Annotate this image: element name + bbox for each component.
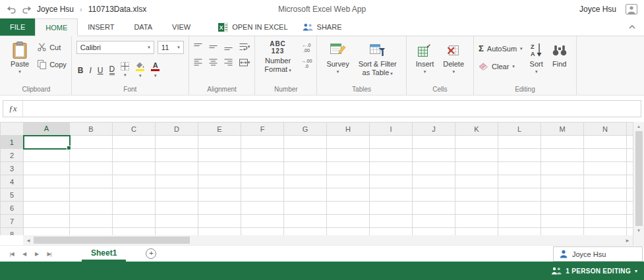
cell-E3[interactable] [198,162,241,175]
tab-data[interactable]: DATA [124,18,162,36]
align-right-button[interactable] [224,59,233,67]
cell-I2[interactable] [370,149,413,162]
column-header-C[interactable]: C [113,123,156,136]
column-header-J[interactable]: J [413,123,455,136]
cell-J6[interactable] [413,202,455,215]
wrap-text-button[interactable] [239,43,250,51]
cell-N2[interactable] [584,149,627,162]
cell-F8[interactable] [241,228,284,236]
cell-D4[interactable] [156,175,198,188]
clear-button[interactable]: Clear [479,63,523,70]
cell-H5[interactable] [327,188,370,202]
signed-in-user[interactable]: Joyce Hsu [579,5,616,14]
redo-icon[interactable] [22,5,32,14]
cell-I3[interactable] [370,162,413,175]
align-center-button[interactable] [209,59,218,67]
cell-K3[interactable] [455,162,498,175]
cell-K7[interactable] [455,215,498,228]
collapse-ribbon-button[interactable] [620,18,644,36]
people-editing-caret-icon[interactable]: ▾ [635,268,637,274]
row-header-8[interactable]: 8 [1,228,24,236]
cell-A7[interactable] [24,215,70,228]
scroll-left-icon[interactable]: ◀ [23,238,34,242]
cell-A6[interactable] [24,202,70,215]
insert-cells-button[interactable]: Insert [411,39,439,76]
cell-C5[interactable] [113,188,156,202]
cell-G7[interactable] [284,215,327,228]
share-button[interactable]: SHARE [295,18,349,36]
cell-I6[interactable] [370,202,413,215]
tab-home[interactable]: HOME [35,18,78,36]
survey-button[interactable]: Survey [322,39,353,76]
cell-partial-5[interactable] [627,188,633,202]
cell-J8[interactable] [413,228,455,236]
cell-J4[interactable] [413,175,455,188]
row-header-5[interactable]: 5 [1,188,24,202]
cell-L6[interactable] [498,202,541,215]
align-top-button[interactable] [194,43,202,51]
add-sheet-button[interactable]: + [146,248,156,259]
cell-M2[interactable] [541,149,584,162]
cell-C6[interactable] [113,202,156,215]
cell-N5[interactable] [584,188,627,202]
cell-J2[interactable] [413,149,455,162]
cell-C7[interactable] [113,215,156,228]
cell-I8[interactable] [370,228,413,236]
cell-E4[interactable] [198,175,241,188]
cell-B6[interactable] [70,202,113,215]
cell-D5[interactable] [156,188,198,202]
cell-K1[interactable] [455,136,498,149]
cell-M4[interactable] [541,175,584,188]
tab-file[interactable]: FILE [0,18,35,36]
cell-F1[interactable] [241,136,284,149]
cell-G3[interactable] [284,162,327,175]
cell-K2[interactable] [455,149,498,162]
cell-B2[interactable] [70,149,113,162]
row-header-7[interactable]: 7 [1,215,24,228]
italic-button[interactable]: I [90,67,92,75]
cell-partial-1[interactable] [627,136,633,149]
cell-K4[interactable] [455,175,498,188]
cell-A3[interactable] [24,162,70,175]
breadcrumb-file-name[interactable]: 110713Data.xlsx [88,5,147,14]
horizontal-scrollbar-track[interactable] [34,235,622,245]
cell-I5[interactable] [370,188,413,202]
cell-partial-6[interactable] [627,202,633,215]
cell-B3[interactable] [70,162,113,175]
column-header-N[interactable]: N [584,123,627,136]
font-family-select[interactable]: Calibri ▾ [76,41,154,54]
cell-B8[interactable] [70,228,113,236]
column-header-L[interactable]: L [498,123,541,136]
cell-D7[interactable] [156,215,198,228]
column-header-B[interactable]: B [70,123,113,136]
previous-sheet-icon[interactable]: ◀ [18,251,30,257]
horizontal-scrollbar-thumb[interactable] [34,237,190,244]
column-header-I[interactable]: I [370,123,413,136]
cell-M6[interactable] [541,202,584,215]
last-sheet-icon[interactable]: ▶| [43,251,55,257]
scroll-right-icon[interactable]: ▶ [622,238,633,242]
cell-K8[interactable] [455,228,498,236]
cell-F6[interactable] [241,202,284,215]
cell-F3[interactable] [241,162,284,175]
breadcrumb-user[interactable]: Joyce Hsu [37,5,74,14]
cell-L5[interactable] [498,188,541,202]
cell-E5[interactable] [198,188,241,202]
cell-D8[interactable] [156,228,198,236]
tab-insert[interactable]: INSERT [78,18,124,36]
align-left-button[interactable] [194,59,202,67]
cell-F7[interactable] [241,215,284,228]
font-size-select[interactable]: 11 ▾ [158,41,184,54]
row-header-6[interactable]: 6 [1,202,24,215]
cell-C8[interactable] [113,228,156,236]
cell-G8[interactable] [284,228,327,236]
bold-button[interactable]: B [78,67,84,75]
cell-H2[interactable] [327,149,370,162]
cell-E6[interactable] [198,202,241,215]
cell-F5[interactable] [241,188,284,202]
cell-M5[interactable] [541,188,584,202]
row-header-4[interactable]: 4 [1,175,24,188]
merge-cells-button[interactable] [239,59,250,67]
cell-I7[interactable] [370,215,413,228]
cell-L2[interactable] [498,149,541,162]
